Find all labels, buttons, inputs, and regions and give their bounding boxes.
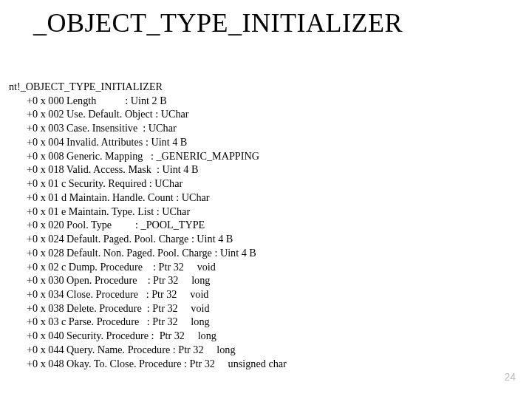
struct-field: +0 x 048 Okay. To. Close. Procedure : Pt…: [9, 357, 287, 371]
struct-field: +0 x 004 Invalid. Attributes : Uint 4 B: [9, 135, 287, 149]
struct-field: +0 x 01 e Maintain. Type. List : UChar: [9, 205, 287, 219]
struct-field: +0 x 01 c Security. Required : UChar: [9, 177, 287, 191]
slide-number: 24: [504, 371, 516, 383]
struct-definition: nt!_OBJECT_TYPE_INITIALIZER +0 x 000 Len…: [9, 80, 287, 370]
struct-field: +0 x 024 Default. Paged. Pool. Charge : …: [9, 232, 287, 246]
struct-field: +0 x 020 Pool. Type : _POOL_TYPE: [9, 218, 287, 232]
struct-field: +0 x 01 d Maintain. Handle. Count : UCha…: [9, 191, 287, 205]
struct-field: +0 x 008 Generic. Mapping : _GENERIC_MAP…: [9, 149, 287, 163]
struct-field: +0 x 044 Query. Name. Procedure : Ptr 32…: [9, 343, 287, 357]
struct-field: +0 x 034 Close. Procedure : Ptr 32 void: [9, 287, 287, 301]
struct-field: +0 x 03 c Parse. Procedure : Ptr 32 long: [9, 315, 287, 329]
struct-field: +0 x 038 Delete. Procedure : Ptr 32 void: [9, 301, 287, 316]
struct-name: nt!_OBJECT_TYPE_INITIALIZER: [9, 80, 287, 94]
struct-field: +0 x 02 c Dump. Procedure : Ptr 32 void: [9, 260, 287, 274]
page-title: _OBJECT_TYPE_INITIALIZER: [33, 7, 403, 38]
struct-field: +0 x 000 Length : Uint 2 B: [9, 94, 287, 108]
struct-field: +0 x 003 Case. Insensitive : UChar: [9, 121, 287, 135]
struct-field: +0 x 002 Use. Default. Object : UChar: [9, 107, 287, 121]
struct-field: +0 x 028 Default. Non. Paged. Pool. Char…: [9, 246, 287, 260]
struct-field: +0 x 030 Open. Procedure : Ptr 32 long: [9, 273, 287, 287]
struct-field: +0 x 040 Security. Procedure : Ptr 32 lo…: [9, 329, 287, 343]
struct-field: +0 x 018 Valid. Access. Mask : Uint 4 B: [9, 163, 287, 177]
